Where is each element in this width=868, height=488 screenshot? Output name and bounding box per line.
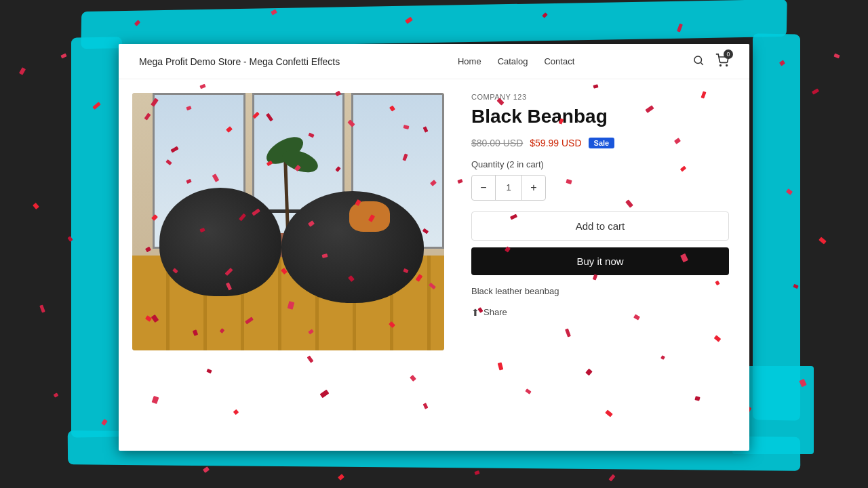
product-scene [132,93,444,350]
search-button[interactable] [692,54,705,69]
svg-point-3 [726,64,728,66]
product-details: COMPANY 123 Black Beanbag $80.00 USD $59… [458,79,749,451]
share-label: Share [484,307,507,317]
nav-link-home[interactable]: Home [458,56,481,66]
browser-window: Mega Profit Demo Store - Mega Confetti E… [119,44,749,451]
nav-links: Home Catalog Contact [458,56,574,66]
company-label: COMPANY 123 [471,93,729,101]
search-icon [692,54,705,66]
nav-link-catalog[interactable]: Catalog [498,56,528,66]
quantity-value: 1 [495,176,522,200]
price-original: $80.00 USD [471,138,523,148]
svg-point-0 [694,56,702,64]
product-description: Black leather beanbag [471,286,729,296]
beanbag-left [159,188,281,296]
share-row[interactable]: ⬆ Share [471,307,729,318]
buy-now-button[interactable]: Buy it now [471,247,729,275]
svg-point-2 [720,64,722,66]
product-layout: COMPANY 123 Black Beanbag $80.00 USD $59… [119,79,749,451]
price-sale: $59.99 USD [530,138,581,148]
quantity-decrease-button[interactable]: − [472,176,495,200]
cyan-brush-left [71,37,122,437]
nav-brand: Mega Profit Demo Store - Mega Confetti E… [139,56,340,67]
quantity-control: − 1 + [471,175,546,201]
cart-badge: 0 [724,49,733,59]
cart-button[interactable]: 0 [715,54,729,70]
price-row: $80.00 USD $59.99 USD Sale [471,138,729,148]
nav-icons: 0 [692,54,729,70]
product-image [132,93,444,350]
nav-link-contact[interactable]: Contact [544,56,574,66]
sale-badge: Sale [589,138,615,148]
product-image-container [119,79,458,451]
svg-line-1 [701,62,703,64]
share-icon: ⬆ [471,307,479,318]
cyan-brush-right [753,33,800,420]
product-title: Black Beanbag [471,105,729,128]
quantity-increase-button[interactable]: + [522,176,545,200]
navbar: Mega Profit Demo Store - Mega Confetti E… [119,44,749,79]
scene-cat [349,201,390,232]
quantity-label: Quantity (2 in cart) [471,159,729,169]
add-to-cart-button[interactable]: Add to cart [471,211,729,241]
